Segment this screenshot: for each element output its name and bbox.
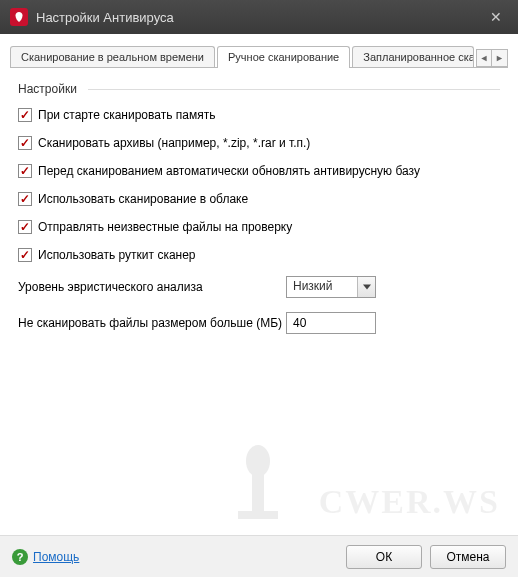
group-label: Настройки [18,82,500,96]
tab-scroll-left-button[interactable]: ◄ [476,49,492,67]
select-heuristic-wrap: Низкий [286,276,376,298]
tab-manual-scan[interactable]: Ручное сканирование [217,46,350,68]
label-heuristic-level: Уровень эвристического анализа [18,280,286,294]
window-title: Настройки Антивируса [36,10,484,25]
select-heuristic-level[interactable]: Низкий [286,276,376,298]
checkbox-rootkit[interactable] [18,248,32,262]
tabs-row: Сканирование в реальном времени Ручное с… [10,42,508,68]
checkbox-submit-unknown[interactable] [18,220,32,234]
ok-button[interactable]: ОК [346,545,422,569]
label-scan-archives: Сканировать архивы (например, *.zip, *.r… [38,136,310,150]
app-logo-icon [10,8,28,26]
check-row-cloud-scan: Использовать сканирование в облаке [18,192,500,206]
label-max-file-size: Не сканировать файлы размером больше (МБ… [18,316,286,330]
content-area: Сканирование в реальном времени Ручное с… [0,34,518,535]
label-scan-memory: При старте сканировать память [38,108,215,122]
check-row-rootkit: Использовать руткит сканер [18,248,500,262]
checkbox-scan-archives[interactable] [18,136,32,150]
checkbox-scan-memory[interactable] [18,108,32,122]
close-button[interactable]: ✕ [484,5,508,29]
row-max-file-size: Не сканировать файлы размером больше (МБ… [18,312,500,334]
input-max-file-size[interactable] [286,312,376,334]
check-row-submit-unknown: Отправлять неизвестные файлы на проверку [18,220,500,234]
checkbox-update-db[interactable] [18,164,32,178]
tab-scroll-right-button[interactable]: ► [492,49,508,67]
check-row-scan-archives: Сканировать архивы (например, *.zip, *.r… [18,136,500,150]
check-row-scan-memory: При старте сканировать память [18,108,500,122]
tab-realtime-scan[interactable]: Сканирование в реальном времени [10,46,215,67]
check-row-update-db: Перед сканированием автоматически обновл… [18,164,500,178]
label-update-db: Перед сканированием автоматически обновл… [38,164,420,178]
help-icon: ? [12,549,28,565]
footer: ? Помощь ОК Отмена [0,535,518,577]
checkbox-cloud-scan[interactable] [18,192,32,206]
cancel-button[interactable]: Отмена [430,545,506,569]
help-text: Помощь [33,550,79,564]
tab-scheduled-scan[interactable]: Запланированное сканиров [352,46,474,67]
row-heuristic-level: Уровень эвристического анализа Низкий [18,276,500,298]
label-submit-unknown: Отправлять неизвестные файлы на проверку [38,220,292,234]
settings-pane: Настройки При старте сканировать память … [10,68,508,356]
label-cloud-scan: Использовать сканирование в облаке [38,192,248,206]
tab-scroll-controls: ◄ ► [476,49,508,67]
help-link[interactable]: ? Помощь [12,549,79,565]
label-rootkit: Использовать руткит сканер [38,248,196,262]
titlebar: Настройки Антивируса ✕ [0,0,518,34]
